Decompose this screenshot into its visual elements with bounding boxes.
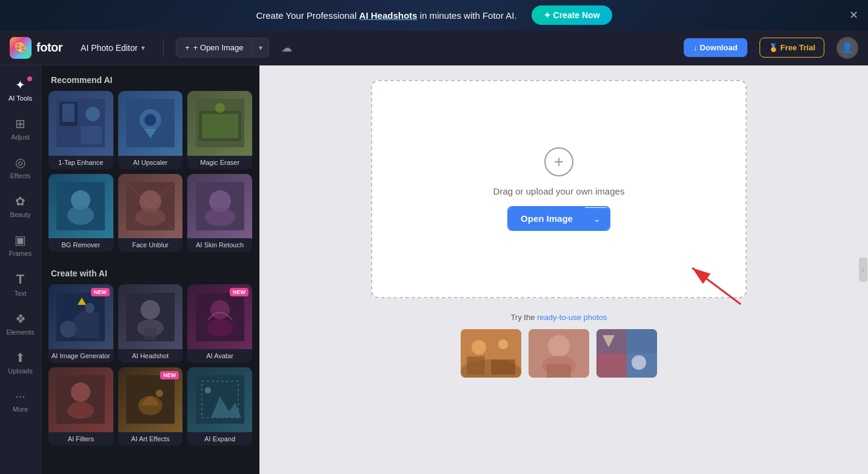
- tool-card-arteffects[interactable]: NEW AI Art Effects: [118, 367, 183, 446]
- new-badge-arteffects: NEW: [160, 371, 179, 379]
- banner-close-button[interactable]: ✕: [849, 8, 858, 22]
- ai-tools-icon: ✦: [15, 78, 25, 92]
- app-selector-chevron: ▾: [141, 44, 145, 52]
- open-image-button[interactable]: + + Open Image ▾: [176, 38, 269, 58]
- sidebar-item-elements[interactable]: ❖ Elements: [0, 305, 41, 342]
- banner-text: Create Your Professional AI Headshots in…: [256, 10, 516, 21]
- top-banner: Create Your Professional AI Headshots in…: [0, 0, 868, 30]
- svg-point-26: [85, 303, 95, 313]
- tool-label-1tap: 1-Tap Enhance: [48, 156, 113, 169]
- open-image-center-group[interactable]: Open Image ⌄: [507, 206, 610, 231]
- sample-photo-3[interactable]: [596, 329, 657, 378]
- create-grid-2: AI Filters NEW AI Art Effects: [41, 367, 259, 446]
- tool-img-headshot: [118, 284, 183, 349]
- effects-icon: ◎: [15, 155, 25, 170]
- new-badge-avatar: NEW: [230, 288, 249, 296]
- svg-point-37: [67, 402, 94, 419]
- create-ai-title: Create with AI: [41, 259, 259, 284]
- tool-card-skinretouch[interactable]: AI Skin Retouch: [187, 174, 252, 252]
- svg-point-3: [85, 107, 100, 121]
- banner-highlight: AI Headshots: [359, 10, 418, 21]
- svg-point-23: [205, 208, 235, 226]
- tool-img-faceunblur: [118, 174, 183, 239]
- svg-rect-2: [62, 104, 75, 122]
- sidebar-item-frames[interactable]: ▣ Frames: [0, 227, 41, 263]
- tool-label-aiimage: AI Image Generator: [48, 349, 113, 362]
- create-now-button[interactable]: ✦ Create Now: [532, 5, 612, 25]
- cloud-save-icon[interactable]: ☁: [281, 41, 292, 55]
- fotor-logo-icon: 🎨: [10, 37, 32, 59]
- tool-label-skinretouch: AI Skin Retouch: [187, 238, 252, 252]
- tool-label-faceunblur: Face Unblur: [118, 238, 183, 252]
- svg-point-59: [632, 355, 646, 370]
- drop-zone[interactable]: + Drag or upload your own images Open Im…: [371, 80, 747, 298]
- svg-rect-4: [81, 126, 102, 144]
- open-image-main[interactable]: + + Open Image: [176, 38, 252, 57]
- sidebar-item-beauty[interactable]: ✿ Beauty: [0, 188, 41, 224]
- svg-point-40: [156, 390, 163, 397]
- tool-label-bgremover: BG Remover: [48, 238, 113, 252]
- tool-card-avatar[interactable]: NEW AI Avatar: [187, 284, 252, 362]
- sidebar-item-adjust[interactable]: ⊞ Adjust: [0, 110, 41, 147]
- tool-card-upscaler[interactable]: AI Upscaler: [118, 91, 183, 169]
- sample-photo-1[interactable]: [461, 329, 521, 378]
- frames-label: Frames: [9, 250, 32, 257]
- right-panel-handle[interactable]: ‹: [859, 258, 867, 282]
- svg-point-44: [205, 387, 211, 393]
- app-selector[interactable]: AI Photo Editor ▾: [75, 39, 151, 56]
- tool-card-expand[interactable]: AI Expand: [187, 367, 252, 446]
- recommend-grid-2: BG Remover Face Unblur: [41, 174, 259, 252]
- open-image-center-button[interactable]: Open Image: [509, 207, 585, 230]
- tool-img-skinretouch: [187, 174, 252, 239]
- tool-label-upscaler: AI Upscaler: [118, 156, 183, 169]
- download-button[interactable]: ↓ Download: [684, 38, 747, 57]
- right-panel[interactable]: ‹: [858, 65, 868, 474]
- sample-label: Try the ready-to-use photos: [510, 313, 607, 322]
- sample-label-link[interactable]: ready-to-use photos: [537, 313, 607, 322]
- fotor-logo-text: fotor: [36, 41, 62, 55]
- recommend-ai-title: Recommend AI: [41, 65, 259, 91]
- tool-label-arteffects: AI Art Effects: [118, 432, 183, 446]
- sidebar-item-ai-tools[interactable]: ✦ AI Tools: [0, 72, 41, 108]
- tool-card-1tap[interactable]: 1-Tap Enhance: [48, 91, 113, 169]
- header: 🎨 fotor AI Photo Editor ▾ + + Open Image…: [0, 30, 868, 65]
- tool-label-aifilters: AI Filters: [48, 432, 113, 446]
- svg-point-34: [207, 319, 233, 336]
- drop-plus-icon: +: [544, 147, 573, 176]
- tool-card-faceunblur[interactable]: Face Unblur: [118, 174, 183, 252]
- elements-label: Elements: [7, 329, 35, 336]
- svg-point-48: [472, 340, 486, 355]
- logo-area: 🎨 fotor: [10, 37, 62, 59]
- tool-card-headshot[interactable]: AI Headshot: [118, 284, 183, 362]
- sidebar-item-effects[interactable]: ◎ Effects: [0, 149, 41, 185]
- tool-card-aiimage[interactable]: NEW AI Image Generator: [48, 284, 113, 362]
- svg-point-25: [60, 321, 77, 338]
- canvas-area: + Drag or upload your own images Open Im…: [259, 65, 858, 474]
- sample-photo-2[interactable]: [529, 329, 589, 378]
- open-image-center-dropdown[interactable]: ⌄: [585, 208, 609, 230]
- tool-card-aifilters[interactable]: AI Filters: [48, 367, 113, 446]
- ai-tools-label: AI Tools: [8, 95, 32, 102]
- free-trial-button[interactable]: 🏅 Free Trial: [760, 38, 824, 58]
- svg-point-53: [548, 335, 570, 357]
- tools-panel: Recommend AI 1-Tap Enhance: [41, 65, 259, 474]
- open-image-dropdown-arrow[interactable]: ▾: [253, 39, 269, 57]
- open-image-label: + Open Image: [193, 43, 244, 52]
- frames-icon: ▣: [15, 233, 26, 247]
- tool-card-bgremover[interactable]: BG Remover: [48, 174, 113, 252]
- svg-rect-55: [547, 364, 571, 378]
- sidebar-item-more[interactable]: ··· More: [0, 383, 41, 419]
- uploads-label: Uploads: [8, 367, 32, 375]
- tool-img-aifilters: [48, 367, 113, 432]
- user-avatar[interactable]: 👤: [836, 37, 858, 59]
- sample-photos-row: [461, 329, 657, 378]
- icon-sidebar: ✦ AI Tools ⊞ Adjust ◎ Effects ✿ Beauty ▣…: [0, 65, 41, 474]
- tool-card-eraser[interactable]: Magic Eraser: [187, 91, 252, 169]
- svg-rect-31: [144, 328, 156, 340]
- more-icon: ···: [15, 389, 25, 403]
- tool-label-headshot: AI Headshot: [118, 349, 183, 362]
- sidebar-item-uploads[interactable]: ⬆ Uploads: [0, 344, 41, 381]
- sidebar-item-text[interactable]: T Text: [0, 265, 41, 303]
- ai-tools-notification-dot: [27, 76, 32, 81]
- svg-rect-50: [467, 356, 485, 375]
